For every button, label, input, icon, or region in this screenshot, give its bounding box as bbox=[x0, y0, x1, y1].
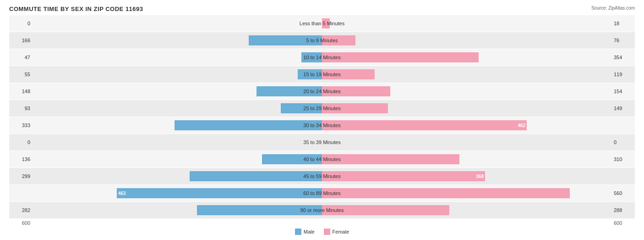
bars-center: 40 to 44 Minutes bbox=[32, 151, 612, 167]
bars-center: 15 to 19 Minutes bbox=[32, 66, 612, 83]
source-label: Source: ZipAtlas.com bbox=[591, 6, 635, 11]
bars-center: 36845 to 59 Minutes bbox=[32, 168, 612, 184]
male-bar-wrapper: 463 bbox=[117, 188, 322, 198]
male-bar bbox=[257, 86, 322, 96]
male-value: 166 bbox=[9, 38, 32, 43]
male-bar-wrapper bbox=[190, 171, 322, 181]
female-value: 354 bbox=[612, 55, 635, 60]
male-bar bbox=[281, 103, 322, 113]
male-bar bbox=[175, 120, 322, 130]
female-bar: 462 bbox=[322, 120, 527, 130]
male-bar bbox=[190, 171, 322, 181]
male-bar bbox=[262, 154, 322, 164]
female-bar-wrapper bbox=[322, 69, 375, 79]
female-bar bbox=[322, 18, 330, 28]
bar-row: 5515 to 19 Minutes119 bbox=[9, 66, 635, 83]
male-value: 282 bbox=[9, 207, 32, 213]
row-label: 35 to 39 Minutes bbox=[303, 140, 340, 145]
female-bar bbox=[322, 69, 375, 79]
female-bar bbox=[322, 205, 449, 215]
chart-container: COMMUTE TIME BY SEX IN ZIP CODE 11693 So… bbox=[0, 0, 644, 240]
bar-row: 9325 to 29 Minutes149 bbox=[9, 100, 635, 117]
male-swatch bbox=[295, 229, 301, 235]
female-bar bbox=[322, 52, 479, 62]
female-value: 288 bbox=[612, 207, 635, 213]
chart-title: COMMUTE TIME BY SEX IN ZIP CODE 11693 bbox=[9, 6, 635, 12]
male-bar-wrapper bbox=[249, 35, 322, 45]
axis-right: 600 bbox=[612, 220, 635, 226]
bars-center: 90 or more Minutes bbox=[32, 202, 612, 218]
bars-center: Less than 5 Minutes bbox=[32, 15, 612, 32]
bar-row: 1665 to 9 Minutes76 bbox=[9, 32, 635, 49]
bars-center: 25 to 29 Minutes bbox=[32, 100, 612, 117]
female-bar-wrapper bbox=[322, 154, 459, 164]
bar-row: 46360 to 89 Minutes560 bbox=[9, 185, 635, 201]
axis-row: 600 600 bbox=[9, 220, 635, 226]
male-value: 47 bbox=[9, 55, 32, 60]
legend-female: Female bbox=[324, 229, 349, 235]
rows-area: 0Less than 5 Minutes181665 to 9 Minutes7… bbox=[9, 15, 635, 218]
male-value: 0 bbox=[9, 140, 32, 145]
bars-center: 5 to 9 Minutes bbox=[32, 32, 612, 49]
female-bar-wrapper bbox=[322, 86, 390, 96]
male-bar bbox=[301, 52, 322, 62]
legend: Male Female bbox=[9, 229, 635, 235]
bar-row: 035 to 39 Minutes0 bbox=[9, 134, 635, 151]
male-bar-wrapper bbox=[262, 154, 322, 164]
male-value: 55 bbox=[9, 72, 32, 77]
bar-row: 29936845 to 59 Minutes bbox=[9, 168, 635, 184]
male-bar-wrapper bbox=[301, 52, 322, 62]
bar-row: 33346230 to 34 Minutes bbox=[9, 117, 635, 134]
female-value: 119 bbox=[612, 72, 635, 77]
bar-row: 4710 to 14 Minutes354 bbox=[9, 49, 635, 66]
female-bar-wrapper bbox=[322, 205, 449, 215]
male-bar-wrapper bbox=[281, 103, 322, 113]
male-value: 0 bbox=[9, 21, 32, 26]
male-value: 93 bbox=[9, 106, 32, 111]
female-bar-wrapper bbox=[322, 103, 388, 113]
male-bar-wrapper bbox=[175, 120, 322, 130]
female-value: 0 bbox=[612, 140, 635, 145]
axis-left: 600 bbox=[9, 220, 32, 226]
bar-row: 0Less than 5 Minutes18 bbox=[9, 15, 635, 32]
male-value: 333 bbox=[9, 123, 32, 128]
female-value: 560 bbox=[612, 190, 635, 196]
male-value: 299 bbox=[9, 173, 32, 179]
female-bar: 368 bbox=[322, 171, 485, 181]
female-bar-wrapper: 462 bbox=[322, 120, 527, 130]
female-bar bbox=[322, 86, 390, 96]
bar-row: 28290 or more Minutes288 bbox=[9, 202, 635, 218]
female-bar bbox=[322, 154, 459, 164]
male-label: Male bbox=[304, 229, 315, 234]
female-bar-wrapper bbox=[322, 52, 479, 62]
female-swatch bbox=[324, 229, 330, 235]
female-bar-wrapper bbox=[322, 188, 570, 198]
female-value: 76 bbox=[612, 38, 635, 43]
female-bar bbox=[322, 35, 355, 45]
female-bar-wrapper bbox=[322, 35, 355, 45]
female-bar-wrapper: 368 bbox=[322, 171, 485, 181]
bars-center: 46360 to 89 Minutes bbox=[32, 185, 612, 201]
female-bar bbox=[322, 188, 570, 198]
male-bar bbox=[197, 205, 322, 215]
male-bar-wrapper bbox=[257, 86, 322, 96]
female-value: 310 bbox=[612, 156, 635, 162]
male-bar: 463 bbox=[117, 188, 322, 198]
male-value: 148 bbox=[9, 89, 32, 94]
female-value: 149 bbox=[612, 106, 635, 111]
male-bar bbox=[298, 69, 322, 79]
male-bar-wrapper bbox=[298, 69, 322, 79]
male-bar bbox=[249, 35, 322, 45]
bar-row: 13640 to 44 Minutes310 bbox=[9, 151, 635, 167]
bars-center: 10 to 14 Minutes bbox=[32, 49, 612, 66]
bars-center: 46230 to 34 Minutes bbox=[32, 117, 612, 134]
bars-center: 35 to 39 Minutes bbox=[32, 134, 612, 151]
bars-center: 20 to 24 Minutes bbox=[32, 83, 612, 100]
male-bar-wrapper bbox=[197, 205, 322, 215]
female-bar bbox=[322, 103, 388, 113]
female-label: Female bbox=[333, 229, 349, 234]
legend-male: Male bbox=[295, 229, 315, 235]
male-value: 136 bbox=[9, 156, 32, 162]
female-value: 154 bbox=[612, 89, 635, 94]
bar-row: 14820 to 24 Minutes154 bbox=[9, 83, 635, 100]
